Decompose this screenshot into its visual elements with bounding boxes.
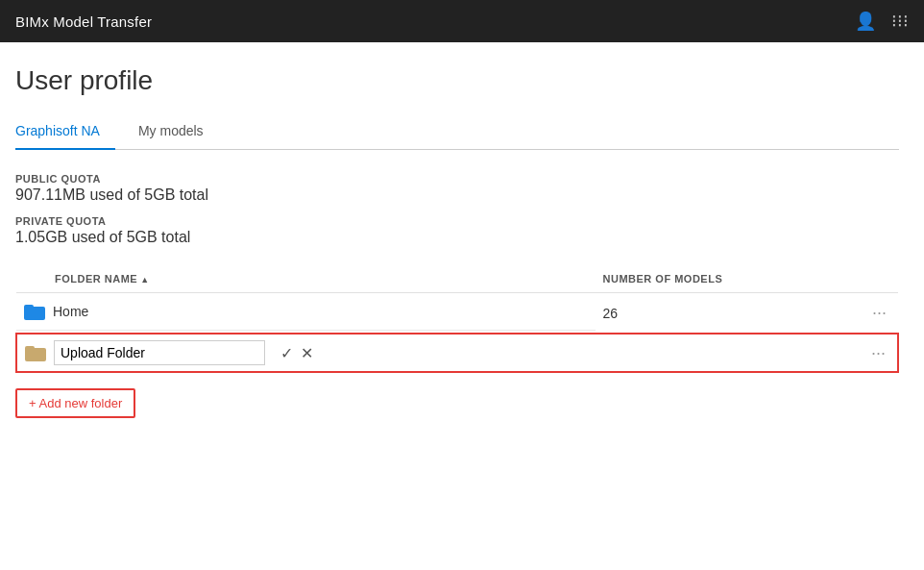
folder-name-input[interactable] — [54, 340, 265, 365]
edit-row-inner: ✓ ✕ — [25, 340, 313, 365]
app-header: BIMx Model Transfer 👤 ⁝⁝⁝ — [0, 0, 924, 42]
row-menu-home[interactable]: ··· — [872, 303, 890, 323]
col-num-models: NUMBER OF MODELS — [596, 265, 853, 293]
add-new-folder-button[interactable]: + Add new folder — [15, 388, 135, 418]
folder-icon-tan — [25, 344, 46, 361]
col-folder-name: FOLDER NAME — [16, 265, 596, 293]
row-menu-upload[interactable]: ··· — [871, 343, 889, 363]
private-quota-label: PRIVATE QUOTA — [15, 215, 899, 227]
page-title: User profile — [15, 65, 899, 96]
cancel-edit-icon[interactable]: ✕ — [301, 344, 313, 362]
table-row: Home 26 ··· — [16, 293, 898, 335]
folder-table: FOLDER NAME NUMBER OF MODELS Home 26 ··· — [15, 265, 899, 373]
main-content: User profile Graphisoft NA My models PUB… — [0, 42, 922, 441]
app-title: BIMx Model Transfer — [15, 13, 152, 30]
num-models-home: 26 — [596, 293, 853, 335]
folder-icon-blue — [24, 303, 45, 320]
user-icon[interactable]: 👤 — [855, 11, 876, 32]
tab-bar: Graphisoft NA My models — [15, 115, 899, 150]
confirm-edit-icon[interactable]: ✓ — [280, 344, 293, 362]
public-quota-label: PUBLIC QUOTA — [15, 173, 899, 185]
tab-my-models[interactable]: My models — [138, 115, 219, 149]
folder-name-home: Home — [53, 304, 88, 319]
public-quota-value: 907.11MB used of 5GB total — [15, 186, 899, 204]
tab-graphisoft-na[interactable]: Graphisoft NA — [15, 115, 115, 150]
grid-icon[interactable]: ⁝⁝⁝ — [891, 11, 909, 32]
header-icons: 👤 ⁝⁝⁝ — [855, 11, 909, 32]
edit-folder-row: ✓ ✕ ··· — [16, 334, 898, 372]
private-quota-value: 1.05GB used of 5GB total — [15, 229, 899, 246]
quota-section: PUBLIC QUOTA 907.11MB used of 5GB total … — [15, 173, 899, 246]
